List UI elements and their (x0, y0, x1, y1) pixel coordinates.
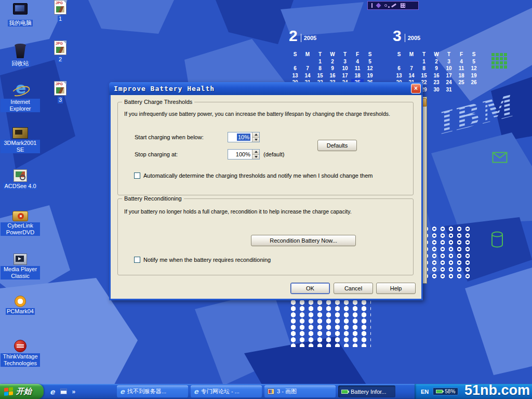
calendar-date: 30 (430, 86, 443, 94)
jpg-file-1[interactable]: JPG1 (48, 0, 73, 22)
calendar-divider (301, 34, 301, 42)
taskbar-task-2[interactable]: e专门网论坛 - ... (191, 385, 262, 397)
calendar-day-header: S (289, 51, 301, 58)
desktop-icon-thinkvantage[interactable]: ThinkVantage Technologies (0, 338, 41, 367)
calendar-day-header: M (405, 51, 418, 58)
calendar-date: 1 (418, 58, 430, 65)
taskbar-task-1[interactable]: e找不到服务器... (117, 385, 188, 397)
desktop-icon-recycle-bin[interactable]: 回收站 (0, 43, 41, 67)
toolbar-diamond-icon[interactable] (376, 3, 381, 8)
tray-battery-icon (436, 390, 443, 393)
spin-up-button[interactable] (252, 132, 259, 137)
desktop-icon-3dmark2001[interactable]: 3DMark2001 SE (0, 125, 41, 153)
jpg-file-label: 2 (58, 56, 63, 63)
watermark: 51nb.com (464, 382, 530, 398)
my-computer-icon (11, 2, 29, 19)
wallpaper-dot-grid (289, 299, 371, 347)
desktop-icon-powerdvd[interactable]: CyberLink PowerDVD (0, 208, 41, 236)
language-indicator[interactable]: EN (421, 389, 429, 395)
chevron-up-icon (255, 134, 258, 136)
calendar-date: 6 (393, 65, 405, 72)
spin-up-button[interactable] (252, 150, 259, 154)
desktop-icon-label: 我的电脑 (8, 20, 33, 26)
desktop-icon-media-player-classic[interactable]: Media Player Classic (0, 251, 41, 280)
chevron-down-icon (255, 156, 258, 158)
taskbar-task-4[interactable]: Battery Infor... (338, 385, 395, 397)
calendar-date (393, 58, 405, 65)
notify-reconditioning-label: Notify me when the battery requires reco… (143, 257, 271, 263)
desktop-icon-pcmark04[interactable]: PCMark04 (0, 293, 41, 315)
desktop-icon-label: 3DMark2001 SE (1, 140, 40, 153)
stop-threshold-value: 100% (236, 151, 250, 158)
quicklaunch-overflow-chevron[interactable]: » (72, 388, 76, 395)
close-button[interactable]: × (411, 84, 421, 94)
spinner-buttons (252, 132, 259, 142)
calendar-date (301, 58, 314, 65)
jpg-file-label: 1 (58, 16, 63, 22)
battery-charge-thresholds-group: Battery Charge Thresholds If you infrequ… (117, 102, 414, 195)
calendar-divider (405, 34, 405, 42)
calendar-day-header: T (443, 51, 455, 58)
calendar-date: 19 (364, 72, 376, 79)
ie-icon: e (194, 388, 198, 395)
wallpaper-grid-icon (491, 53, 495, 56)
desktop-icon-my-computer[interactable]: 我的电脑 (0, 2, 41, 26)
spin-down-button[interactable] (252, 137, 259, 142)
desktop-icon-acdsee[interactable]: ACDSee 4.0 (0, 167, 41, 190)
toolbar-bar-icon[interactable] (371, 3, 373, 8)
chevron-up-icon (255, 151, 258, 153)
calendar-day-header: M (301, 51, 314, 58)
start-threshold-spinner[interactable]: 10% (228, 132, 260, 142)
calendar-day-header: F (455, 51, 468, 58)
toolbar-percent-icon[interactable] (384, 4, 387, 7)
desktop-icon-label: ThinkVantage Technologies (1, 353, 40, 367)
stop-charging-label: Stop charging at: (135, 151, 178, 158)
calendar-month-number: 2 (289, 28, 298, 44)
calendar-year: 2005 (408, 35, 420, 41)
toolbar-pen-icon[interactable] (391, 3, 396, 7)
media-player-classic-icon (14, 254, 27, 265)
jpg-file-3[interactable]: JPG3 (48, 81, 73, 103)
calendar-date: 7 (405, 65, 418, 72)
auto-thresholds-checkbox[interactable] (134, 172, 140, 179)
task-label: 3 - 画图 (277, 388, 297, 395)
pcmark04-icon (15, 296, 26, 307)
calendar-date (455, 86, 468, 94)
defaults-button[interactable]: Defaults (317, 140, 357, 151)
windows-flag-icon (4, 387, 13, 396)
jpg-file-icon: JPG (54, 81, 66, 96)
envelope-icon (492, 152, 508, 163)
calendar-date: 13 (289, 72, 301, 79)
calendar-date: 16 (430, 72, 443, 79)
calendar-day-header: S (468, 51, 480, 58)
jpg-file-icon: JPG (54, 0, 66, 15)
quicklaunch-ie-icon[interactable]: e (50, 388, 55, 396)
help-button[interactable]: Help (376, 283, 416, 294)
show-desktop-icon[interactable] (60, 389, 67, 394)
taskbar: 开始 e » e找不到服务器...e专门网论坛 - ...3 - 画图Batte… (0, 384, 532, 399)
start-label: 开始 (16, 387, 32, 396)
toolbar-grid-icon[interactable] (401, 3, 405, 8)
taskbar-task-3[interactable]: 3 - 画图 (264, 385, 336, 397)
calendar-date (405, 58, 418, 65)
battery-reconditioning-group: Battery Reconditioning If your battery n… (117, 198, 414, 275)
battery-indicator[interactable]: 58% (433, 388, 458, 395)
jpg-file-2[interactable]: JPG2 (48, 41, 73, 63)
calendar-date: 25 (455, 79, 468, 86)
powerdvd-icon (12, 211, 28, 221)
jpg-tag: JPG (56, 82, 63, 86)
calendar-date: 7 (301, 65, 314, 72)
calendar-day-header: W (326, 51, 339, 58)
calendar-date: 5 (364, 58, 376, 65)
recondition-battery-button[interactable]: Recondition Battery Now... (251, 235, 356, 246)
desktop-icon-internet-explorer[interactable]: Internet Explorer (0, 81, 41, 112)
notify-reconditioning-checkbox[interactable] (134, 257, 140, 263)
start-button[interactable]: 开始 (0, 384, 44, 399)
start-charging-label: Start charging when below: (135, 134, 204, 141)
stop-threshold-spinner[interactable]: 100% (228, 149, 260, 159)
cancel-button[interactable]: Cancel (334, 283, 373, 294)
calendar-date: 26 (468, 79, 480, 86)
ok-button[interactable]: OK (290, 283, 330, 294)
spin-down-button[interactable] (252, 154, 259, 159)
dialog-titlebar[interactable]: Improve Battery Health × (109, 82, 423, 95)
